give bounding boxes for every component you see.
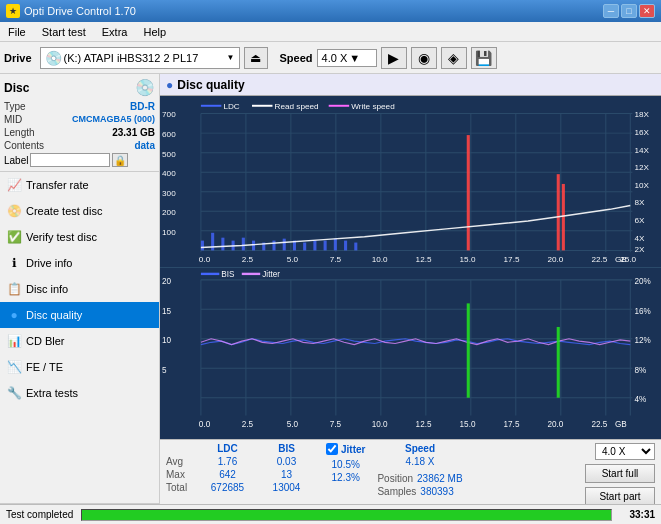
extra-tests-label: Extra tests xyxy=(26,387,78,399)
bottom-chart-svg: 20 15 10 5 20% 16% 12% 8% 4% 0.0 2.5 5.0… xyxy=(160,268,661,439)
svg-rect-66 xyxy=(562,184,565,250)
label-text: Label xyxy=(4,155,28,166)
total-row: Total 672685 13004 xyxy=(166,482,314,493)
jitter-checkbox[interactable] xyxy=(326,443,338,455)
svg-rect-55 xyxy=(272,241,275,251)
max-row: Max 642 13 xyxy=(166,469,314,480)
drive-select[interactable]: 💿 (K:) ATAPI iHBS312 2 PL17 ▼ xyxy=(40,47,240,69)
svg-text:8X: 8X xyxy=(634,199,645,208)
svg-text:Write speed: Write speed xyxy=(351,102,394,111)
sidebar-item-fe-te[interactable]: 📉 FE / TE xyxy=(0,354,159,380)
minimize-button[interactable]: ─ xyxy=(603,4,619,18)
svg-text:600: 600 xyxy=(162,130,176,139)
sidebar-item-verify-test-disc[interactable]: ✅ Verify test disc xyxy=(0,224,159,250)
jitter-section: Jitter 10.5% 12.3% xyxy=(326,443,365,483)
disc-length-row: Length 23.31 GB xyxy=(4,127,155,138)
type-value: BD-R xyxy=(130,101,155,112)
svg-rect-56 xyxy=(283,239,286,251)
type-label: Type xyxy=(4,101,26,112)
sidebar-item-disc-quality[interactable]: ● Disc quality xyxy=(0,302,159,328)
avg-row: Avg 1.76 0.03 xyxy=(166,456,314,467)
svg-rect-62 xyxy=(344,241,347,251)
disc-label-row: Label 🔒 xyxy=(4,153,155,167)
svg-rect-65 xyxy=(557,174,560,250)
total-bis: 13004 xyxy=(259,482,314,493)
chart-title: Disc quality xyxy=(177,78,244,92)
svg-text:15.0: 15.0 xyxy=(460,255,476,264)
svg-text:700: 700 xyxy=(162,111,176,120)
drive-info-label: Drive info xyxy=(26,257,72,269)
menu-help[interactable]: Help xyxy=(135,22,174,41)
jitter-header-label: Jitter xyxy=(341,444,365,455)
svg-rect-110 xyxy=(467,303,470,397)
disc-info-label: Disc info xyxy=(26,283,68,295)
drive-icon: 💿 xyxy=(45,50,62,66)
status-text: Test completed xyxy=(6,509,73,520)
title-bar-left: ★ Opti Drive Control 1.70 xyxy=(6,4,136,18)
eject-button[interactable]: ⏏ xyxy=(244,47,268,69)
svg-rect-53 xyxy=(252,241,255,251)
toolbar-btn-scan[interactable]: ◈ xyxy=(441,47,467,69)
svg-text:2.5: 2.5 xyxy=(242,419,253,430)
disc-contents-row: Contents data xyxy=(4,140,155,151)
label-button[interactable]: 🔒 xyxy=(112,153,128,167)
bottom-chart: 20 15 10 5 20% 16% 12% 8% 4% 0.0 2.5 5.0… xyxy=(160,267,661,439)
svg-text:7.5: 7.5 xyxy=(330,419,341,430)
drive-dropdown-arrow: ▼ xyxy=(227,53,235,62)
speed-select[interactable]: 4.0 X ▼ xyxy=(317,49,377,67)
svg-text:20.0: 20.0 xyxy=(548,255,564,264)
sidebar-item-disc-info[interactable]: 📋 Disc info xyxy=(0,276,159,302)
speed-dropdown[interactable]: 4.0 X 8.0 X MAX xyxy=(595,443,655,460)
drive-label: Drive xyxy=(4,52,32,64)
svg-text:0.0: 0.0 xyxy=(199,255,211,264)
avg-jitter: 10.5% xyxy=(326,459,365,470)
sidebar-item-cd-bler[interactable]: 📊 CD Bler xyxy=(0,328,159,354)
start-full-button[interactable]: Start full xyxy=(585,464,655,483)
svg-text:BIS: BIS xyxy=(221,269,234,280)
svg-text:300: 300 xyxy=(162,189,176,198)
svg-text:500: 500 xyxy=(162,150,176,159)
svg-text:GB: GB xyxy=(615,255,627,264)
disc-header: Disc 💿 xyxy=(4,78,155,97)
close-button[interactable]: ✕ xyxy=(639,4,655,18)
svg-text:18X: 18X xyxy=(634,111,649,120)
svg-rect-63 xyxy=(354,243,357,251)
svg-text:12%: 12% xyxy=(634,335,650,346)
svg-text:20: 20 xyxy=(162,276,171,287)
svg-text:10: 10 xyxy=(162,335,171,346)
maximize-button[interactable]: □ xyxy=(621,4,637,18)
sidebar-item-extra-tests[interactable]: 🔧 Extra tests xyxy=(0,380,159,406)
svg-rect-50 xyxy=(221,238,224,251)
label-input[interactable] xyxy=(30,153,110,167)
total-label: Total xyxy=(166,482,196,493)
menu-file[interactable]: File xyxy=(0,22,34,41)
status-bar: Test completed 33:31 xyxy=(0,504,661,524)
svg-text:10.0: 10.0 xyxy=(372,255,388,264)
toolbar-btn-play[interactable]: ▶ xyxy=(381,47,407,69)
app-icon: ★ xyxy=(6,4,20,18)
svg-text:5.0: 5.0 xyxy=(287,255,299,264)
sidebar-item-drive-info[interactable]: ℹ Drive info xyxy=(0,250,159,276)
extra-tests-icon: 🔧 xyxy=(6,385,22,401)
toolbar-btn-save[interactable]: 💾 xyxy=(471,47,497,69)
stats-header: LDC BIS xyxy=(166,443,314,454)
toolbar-btn-record[interactable]: ◉ xyxy=(411,47,437,69)
ldc-header: LDC xyxy=(200,443,255,454)
buttons-section: 4.0 X 8.0 X MAX Start full Start part xyxy=(585,443,655,506)
svg-rect-52 xyxy=(242,238,245,251)
menu-start-test[interactable]: Start test xyxy=(34,22,94,41)
disc-mid-row: MID CMCMAGBA5 (000) xyxy=(4,114,155,125)
position-label: Position xyxy=(377,473,413,484)
speed-arrow: ▼ xyxy=(349,52,360,64)
chart-header: ● Disc quality xyxy=(160,74,661,96)
svg-text:17.5: 17.5 xyxy=(504,255,520,264)
verify-test-disc-icon: ✅ xyxy=(6,229,22,245)
menu-extra[interactable]: Extra xyxy=(94,22,136,41)
svg-text:20%: 20% xyxy=(634,276,650,287)
sidebar-item-create-test-disc[interactable]: 📀 Create test disc xyxy=(0,198,159,224)
sidebar-item-transfer-rate[interactable]: 📈 Transfer rate xyxy=(0,172,159,198)
svg-rect-49 xyxy=(211,233,214,251)
jitter-header-row: Jitter xyxy=(326,443,365,455)
disc-quality-label: Disc quality xyxy=(26,309,82,321)
svg-text:5: 5 xyxy=(162,364,167,375)
